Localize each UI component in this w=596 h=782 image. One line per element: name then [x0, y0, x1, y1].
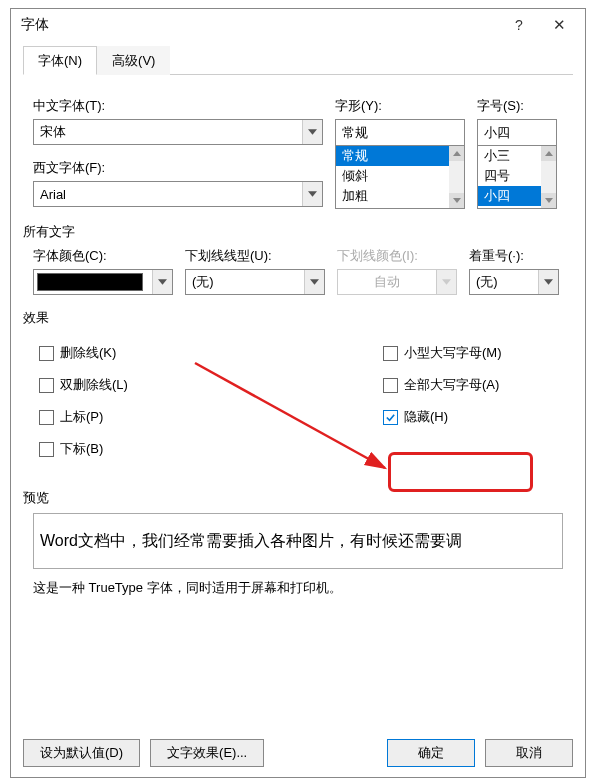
all-caps-checkbox[interactable]: 全部大写字母(A) — [383, 376, 563, 394]
tab-advanced[interactable]: 高级(V) — [97, 46, 170, 75]
scrollbar[interactable] — [449, 146, 464, 208]
underline-color-label: 下划线颜色(I): — [337, 247, 457, 265]
hidden-checkbox[interactable]: 隐藏(H) — [383, 408, 563, 426]
superscript-checkbox[interactable]: 上标(P) — [39, 408, 239, 426]
ok-button[interactable]: 确定 — [387, 739, 475, 767]
size-input[interactable]: 小四 — [477, 119, 557, 145]
scroll-up-icon[interactable] — [541, 146, 556, 161]
all-text-section: 所有文字 — [23, 223, 563, 241]
font-color-label: 字体颜色(C): — [33, 247, 173, 265]
font-dialog: 字体 ? ✕ 字体(N) 高级(V) 中文字体(T): 宋体 西文字体(F): … — [10, 8, 586, 778]
subscript-checkbox[interactable]: 下标(B) — [39, 440, 239, 458]
emphasis-combo[interactable]: (无) — [469, 269, 559, 295]
cn-font-combo[interactable]: 宋体 — [33, 119, 323, 145]
double-strike-checkbox[interactable]: 双删除线(L) — [39, 376, 239, 394]
scrollbar[interactable] — [541, 146, 556, 208]
titlebar: 字体 ? ✕ — [11, 9, 585, 41]
tab-bar: 字体(N) 高级(V) — [23, 45, 573, 75]
color-swatch — [37, 273, 143, 291]
chevron-down-icon — [436, 270, 456, 294]
style-input[interactable]: 常规 — [335, 119, 465, 145]
chevron-down-icon[interactable] — [538, 270, 558, 294]
chevron-down-icon[interactable] — [304, 270, 324, 294]
annotation-highlight — [388, 452, 533, 492]
list-item[interactable]: 倾斜 — [336, 166, 464, 186]
list-item[interactable]: 加粗 — [336, 186, 464, 206]
strikethrough-checkbox[interactable]: 删除线(K) — [39, 344, 239, 362]
underline-color-combo: 自动 — [337, 269, 457, 295]
chevron-down-icon[interactable] — [152, 270, 172, 294]
west-font-label: 西文字体(F): — [33, 159, 323, 177]
underline-style-combo[interactable]: (无) — [185, 269, 325, 295]
chevron-down-icon[interactable] — [302, 182, 322, 206]
set-default-button[interactable]: 设为默认值(D) — [23, 739, 140, 767]
style-listbox[interactable]: 常规 倾斜 加粗 — [335, 145, 465, 209]
chevron-down-icon[interactable] — [302, 120, 322, 144]
cancel-button[interactable]: 取消 — [485, 739, 573, 767]
west-font-combo[interactable]: Arial — [33, 181, 323, 207]
list-item[interactable]: 常规 — [336, 146, 464, 166]
help-button[interactable]: ? — [499, 11, 539, 39]
size-listbox[interactable]: 小三 四号 小四 — [477, 145, 557, 209]
scroll-down-icon[interactable] — [541, 193, 556, 208]
text-effects-button[interactable]: 文字效果(E)... — [150, 739, 264, 767]
cn-font-label: 中文字体(T): — [33, 97, 323, 115]
underline-style-label: 下划线线型(U): — [185, 247, 325, 265]
effects-section: 效果 — [23, 309, 563, 327]
preview-box: Word文档中，我们经常需要插入各种图片，有时候还需要调 — [33, 513, 563, 569]
scroll-up-icon[interactable] — [449, 146, 464, 161]
close-button[interactable]: ✕ — [539, 11, 579, 39]
emphasis-label: 着重号(·): — [469, 247, 559, 265]
size-label: 字号(S): — [477, 97, 557, 115]
scroll-down-icon[interactable] — [449, 193, 464, 208]
check-icon — [383, 410, 398, 425]
dialog-footer: 设为默认值(D) 文字效果(E)... 确定 取消 — [23, 739, 573, 767]
dialog-title: 字体 — [21, 16, 499, 34]
font-color-combo[interactable] — [33, 269, 173, 295]
small-caps-checkbox[interactable]: 小型大写字母(M) — [383, 344, 563, 362]
tab-font[interactable]: 字体(N) — [23, 46, 97, 75]
preview-note: 这是一种 TrueType 字体，同时适用于屏幕和打印机。 — [33, 579, 563, 597]
style-label: 字形(Y): — [335, 97, 465, 115]
